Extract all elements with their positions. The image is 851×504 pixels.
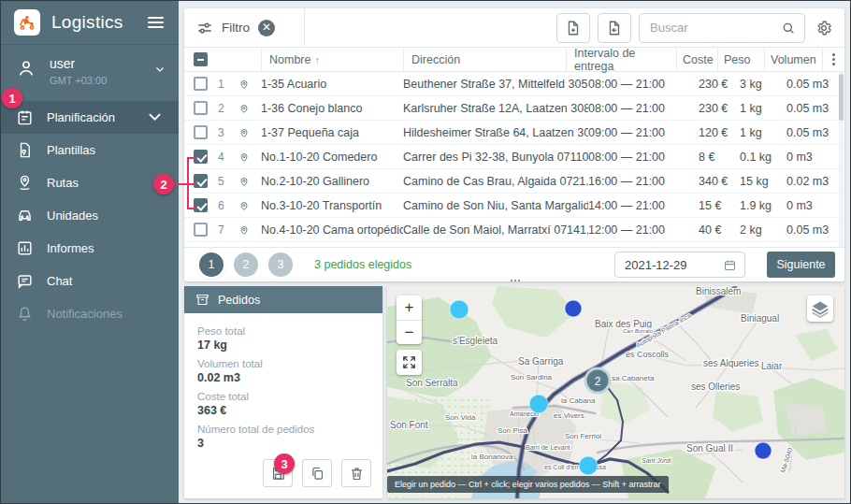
row-checkbox[interactable] [184,77,218,91]
column-header-peso[interactable]: Peso [717,48,764,71]
row-weight: 15 kg [740,175,786,188]
map-cluster-marker[interactable]: 2 [585,368,610,393]
table-row[interactable]: 6No.3-10-20 TransportínCamino de Son Niu… [184,194,844,218]
row-name: No.2-10-20 Gallinero [261,175,403,188]
row-name: No.3-10-20 Transportín [261,199,403,212]
sidebar-item-unidades[interactable]: Unidades [1,199,179,232]
row-checkbox[interactable] [184,198,218,212]
scrollbar-thumb[interactable] [839,74,844,121]
location-pin-icon [238,103,261,114]
select-all-checkbox[interactable] [194,52,208,66]
row-name: No.4-10-20 Cama ortopédica [261,223,403,237]
export-file-button[interactable] [598,13,631,43]
table-row[interactable]: 31-37 Pequeña cajaHildesheimer Straße 64… [184,121,844,145]
delete-button[interactable] [341,459,371,487]
fullscreen-button[interactable] [397,350,422,375]
next-button[interactable]: Siguiente [767,252,835,278]
column-header-intervalo[interactable]: Intervalo de entrega [566,48,676,71]
row-checkbox[interactable] [184,174,218,188]
page-button-1[interactable]: 1 [199,252,224,277]
map-order-marker[interactable] [755,442,772,459]
row-weight: 2 kg [740,223,786,237]
sidebar-item-chat[interactable]: Chat [1,265,179,297]
sidebar-item-plantillas[interactable]: Plantillas [1,134,179,166]
row-interval: 09:00 — 21:00 [588,126,699,139]
page-buttons: 123 [199,252,293,277]
date-input[interactable] [623,257,723,273]
table-row[interactable]: 11-35 AcuarioBeuthener Straße 37, Mittel… [184,72,844,96]
map-order-marker[interactable] [565,300,582,317]
row-checkbox[interactable] [184,101,218,115]
row-interval: 08:00 — 21:00 [588,78,699,91]
calendar-icon[interactable] [723,258,737,272]
sidebar-item-informes[interactable]: Informes [1,232,179,265]
location-pin-icon [238,224,261,236]
map-order-marker[interactable] [579,456,598,475]
row-checkbox[interactable] [184,223,218,237]
vehicle-icon [16,207,34,224]
table-scrollbar[interactable] [839,72,844,247]
date-picker[interactable] [614,252,745,278]
sidebar-item-rutas[interactable]: Rutas [1,166,179,199]
map-panel[interactable]: s'EsgleietaSa GarrigaBaix des PuigBiniss… [387,286,844,498]
summary-field-label: Número total de pedidos [197,424,369,435]
table-row[interactable]: 21-36 Conejo blancoKarlsruher Straße 12A… [184,96,844,121]
row-number: 4 [218,151,238,164]
location-pin-icon [238,127,261,138]
sort-asc-icon[interactable]: ↑ [314,54,320,65]
column-header-direccion[interactable]: Dirección [403,48,566,71]
user-block[interactable]: user GMT +03:00 [1,45,179,97]
main-area: Filtro ✕ [179,1,851,503]
menu-toggle-icon[interactable] [146,13,166,32]
row-interval: 08:00 — 21:00 [588,102,699,115]
row-checkbox[interactable] [184,125,218,139]
map-place-label: Son Font [390,420,428,430]
panel-resize-handle[interactable] [179,280,851,281]
zoom-in-button[interactable]: + [397,295,422,320]
zoom-out-button[interactable]: − [397,320,422,344]
map-order-marker[interactable] [450,300,469,319]
row-address: Camino de Son Niu, Santa Margalid... [403,199,588,212]
map-zoom-control: + − [397,295,422,344]
app-logo [14,9,40,36]
sidebar-item-planificacion[interactable]: Planificación [1,101,179,134]
column-header-nombre[interactable]: Nombre ↑ [261,48,403,71]
layers-button[interactable] [807,295,833,322]
row-number: 2 [218,102,238,115]
import-file-button[interactable] [556,13,590,43]
table-row[interactable]: 5No.2-10-20 GallineroCamino de Cas Brau,… [184,169,844,194]
map-place-label: s'Esgleieta [453,336,498,346]
map-order-marker[interactable] [529,395,548,413]
location-pin-icon [238,151,261,163]
search-input[interactable] [648,20,781,36]
map-place-label: Sant Jordi [642,457,671,464]
table-row[interactable]: 7No.4-10-20 Cama ortopédicaCalle de Son … [184,218,844,242]
row-cost: 8 € [699,151,740,164]
row-volume: 0.05 m3 [786,126,844,139]
table-header: Nombre ↑ Dirección Intervalo de entrega … [184,48,844,72]
column-header-volumen[interactable]: Volumen [764,48,822,71]
orders-panel-title: Pedidos [218,294,260,307]
sidebar-item-notificaciones[interactable]: Notificaciones [1,297,179,330]
table-row[interactable]: 4No.1-10-20 ComederoCarrer des Pi 32-38,… [184,145,844,169]
row-number: 5 [218,175,238,188]
row-weight: 1 kg [740,102,786,115]
filter-group[interactable]: Filtro ✕ [184,8,305,47]
copy-icon [310,466,325,482]
search-icon[interactable] [781,21,796,36]
clear-filter-icon[interactable]: ✕ [258,20,275,36]
column-header-coste[interactable]: Coste [676,48,717,71]
copy-button[interactable] [302,459,332,487]
page-button-3[interactable]: 3 [268,252,293,277]
planning-icon [16,108,34,126]
page-button-2[interactable]: 2 [234,252,258,277]
settings-button[interactable] [815,20,832,36]
row-address: Calle de Son Maiol, Marratxí 07141,... [403,223,588,237]
row-name: 1-35 Acuario [261,78,403,91]
toolbar: Filtro ✕ [184,8,844,48]
summary-field-label: Coste total [197,391,369,402]
row-number: 1 [218,78,238,91]
map-canvas[interactable]: s'EsgleietaSa GarrigaBaix des PuigBiniss… [387,286,844,498]
pagination-bar: 123 3 pedidos elegidos Siguiente [184,247,844,281]
column-menu-button[interactable] [822,48,844,71]
